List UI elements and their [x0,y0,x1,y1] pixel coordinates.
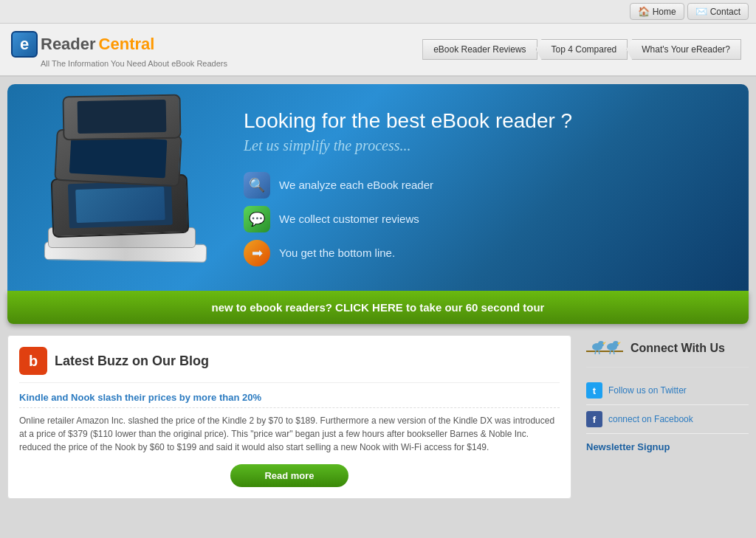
facebook-label: connect on Facebook [608,414,693,424]
hero-text-content: Looking for the best eBook reader ? Let … [229,109,726,266]
blog-icon: b [19,347,47,375]
read-more-button[interactable]: Read more [230,464,348,487]
blog-section-title: Latest Buzz on Our Blog [55,354,209,369]
twitter-icon: t [586,382,602,399]
facebook-link[interactable]: f connect on Facebook [586,405,749,434]
contact-button[interactable]: ✉️ Contact [687,3,749,20]
svg-line-4 [599,351,599,354]
hero-title: Looking for the best eBook reader ? [244,109,726,133]
svg-line-8 [614,351,614,354]
logo[interactable]: e Reader Central [11,31,227,58]
site-header: e Reader Central All The Information You… [0,24,756,77]
svg-line-7 [610,351,611,354]
logo-central-text: Central [99,35,155,54]
hero-features-list: 🔍 We analyze each eBook reader 💬 We coll… [244,172,726,266]
blog-post-text: Online retailer Amazon Inc. slashed the … [19,414,560,454]
nav-ebook-reviews[interactable]: eBook Reader Reviews [422,39,537,60]
hero-banner: Looking for the best eBook reader ? Let … [7,84,749,291]
newsletter-signup-link[interactable]: Newsletter Signup [586,434,749,452]
blog-section: b Latest Buzz on Our Blog Kindle and Noo… [7,335,571,499]
nav-top-compared[interactable]: Top 4 Compared [536,39,628,60]
feature-3-text: You get the bottom line. [279,246,395,259]
logo-reader-text: Reader [41,35,96,54]
hero-feature-3: ➡ You get the bottom line. [244,240,726,266]
logo-tagline: All The Information You Need About eBook… [41,59,227,68]
hero-feature-2: 💬 We collect customer reviews [244,206,726,232]
contact-icon: ✉️ [695,6,707,17]
home-label: Home [653,7,676,17]
svg-point-6 [613,341,619,347]
hero-devices-image [22,114,229,261]
blog-header: b Latest Buzz on Our Blog [19,347,560,383]
facebook-icon: f [586,411,602,427]
reviews-icon: 💬 [244,206,270,232]
hero-feature-1: 🔍 We analyze each eBook reader [244,172,726,199]
main-content-area: b Latest Buzz on Our Blog Kindle and Noo… [7,335,749,499]
svg-point-2 [598,341,604,347]
feature-1-text: We analyze each eBook reader [279,179,433,191]
logo-e-badge: e [11,31,38,58]
breadcrumb-nav: eBook Reader Reviews Top 4 Compared What… [422,39,741,60]
twitter-label: Follow us on Twitter [608,385,687,396]
cta-text-before: new to ebook readers? [212,301,332,314]
top-nav-bar: 🏠 Home ✉️ Contact [0,0,756,24]
home-button[interactable]: 🏠 Home [630,3,684,20]
cta-text-after: to take our 60 second tour [406,301,545,314]
connect-section-title: Connect With Us [630,342,725,355]
logo-area: e Reader Central All The Information You… [11,31,227,68]
twitter-link[interactable]: t Follow us on Twitter [586,376,749,405]
blog-post-title[interactable]: Kindle and Nook slash their prices by mo… [19,392,560,408]
cta-click-here: CLICK HERE [335,301,403,314]
analyze-icon: 🔍 [244,172,270,199]
device-stack [37,114,214,261]
hero-subtitle: Let us simplify the process... [244,137,726,154]
svg-line-3 [595,351,596,354]
home-icon: 🏠 [638,6,650,17]
bottom-line-icon: ➡ [244,240,270,266]
connect-birds-icon [586,335,623,361]
contact-label: Contact [710,7,740,17]
connect-header: Connect With Us [586,335,749,368]
nav-whats-your-ereader[interactable]: What's Your eReader? [626,39,741,60]
cta-bar[interactable]: new to ebook readers? CLICK HERE to take… [7,291,749,324]
connect-section: Connect With Us t Follow us on Twitter f… [586,335,749,499]
feature-2-text: We collect customer reviews [279,213,419,225]
